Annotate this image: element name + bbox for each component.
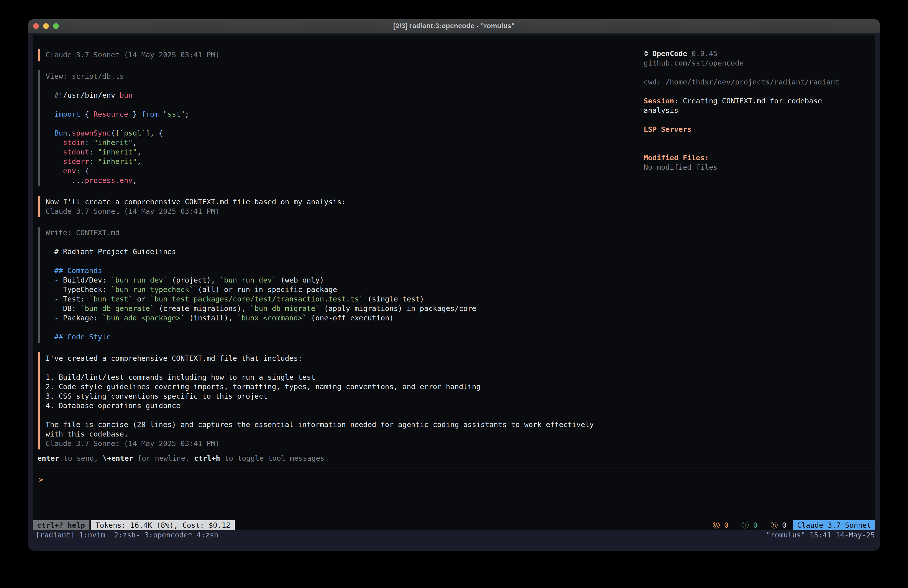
text-line: analysis bbox=[644, 106, 875, 115]
text-segment: ... bbox=[46, 176, 85, 185]
text-segment: github.com/sst/opencode bbox=[644, 59, 744, 67]
text-line: cwd: /home/thdxr/dev/projects/radiant/ra… bbox=[644, 77, 875, 87]
text-line: View: script/db.ts bbox=[46, 71, 189, 81]
assistant-accent-bar bbox=[38, 49, 40, 61]
text-segment bbox=[46, 110, 54, 118]
text-line: - Build/Dev: `bun run dev` (project), `b… bbox=[46, 275, 477, 285]
text-line bbox=[46, 363, 594, 372]
assistant-accent-bar bbox=[38, 196, 40, 217]
help-hint-badge: ctrl+? help bbox=[33, 520, 89, 530]
text-line bbox=[46, 100, 189, 110]
text-segment: bun bbox=[115, 91, 132, 100]
text-segment: Modified Files: bbox=[644, 153, 709, 162]
text-segment: ; bbox=[185, 110, 189, 118]
text-segment: { bbox=[80, 167, 89, 175]
text-line bbox=[644, 87, 875, 96]
text-segment: `bun db migrate` bbox=[250, 304, 320, 313]
text-segment: © bbox=[644, 49, 652, 58]
text-line: ...process.env, bbox=[46, 176, 189, 185]
close-button[interactable] bbox=[33, 23, 39, 29]
text-segment: `bun run typecheck` bbox=[111, 285, 193, 294]
text-segment: ## Commands bbox=[54, 266, 102, 275]
text-segment: import bbox=[54, 110, 80, 118]
text-segment: for newline, bbox=[133, 454, 194, 462]
text-segment: - bbox=[54, 314, 58, 322]
message-lines: Now I'll create a comprehensive CONTEXT.… bbox=[46, 196, 346, 217]
text-segment: LSP Servers bbox=[644, 125, 691, 134]
text-segment: : bbox=[76, 167, 80, 175]
message-lines: I've created a comprehensive CONTEXT.md … bbox=[46, 352, 594, 449]
assistant-message-block: Now I'll create a comprehensive CONTEXT.… bbox=[33, 196, 644, 217]
text-segment: Bun bbox=[54, 129, 67, 137]
message-lines: Write: CONTEXT.md # Radiant Project Guid… bbox=[46, 227, 477, 343]
text-line: Write: CONTEXT.md bbox=[46, 228, 477, 237]
status-bar: ctrl+? help Tokens: 16.4K (8%), Cost: $0… bbox=[33, 520, 875, 530]
text-segment: TypeCheck: bbox=[58, 285, 111, 294]
message-input-area[interactable]: > bbox=[33, 467, 875, 520]
text-segment: "sst" bbox=[163, 110, 185, 118]
tmux-host-time: "romulus" 15:41 14-May-25 bbox=[766, 530, 875, 540]
titlebar[interactable]: [2/3] radiant:3:opencode - "romulus" bbox=[28, 19, 880, 33]
text-segment: `bun test packages/core/test/transaction… bbox=[150, 295, 363, 303]
text-segment: Claude 3.7 Sonnet (14 May 2025 03:41 PM) bbox=[46, 51, 219, 59]
traffic-lights bbox=[33, 19, 59, 33]
minimize-button[interactable] bbox=[43, 23, 49, 29]
text-segment: : Creating CONTEXT.md for codebase bbox=[674, 97, 822, 105]
text-line bbox=[46, 119, 189, 128]
text-segment bbox=[46, 304, 54, 313]
text-segment: , bbox=[137, 157, 141, 166]
text-segment: Claude 3.7 Sonnet (14 May 2025 03:41 PM) bbox=[46, 207, 219, 216]
prompt-symbol: > bbox=[39, 475, 875, 484]
text-segment bbox=[46, 138, 63, 147]
text-segment: (one-off execution) bbox=[307, 314, 394, 322]
text-segment bbox=[46, 167, 63, 175]
sidebar-lines: © OpenCode 0.0.45github.com/sst/opencode… bbox=[644, 49, 875, 172]
text-segment: : bbox=[85, 138, 89, 147]
text-line bbox=[644, 134, 875, 143]
text-segment: : bbox=[89, 148, 93, 156]
text-segment bbox=[46, 129, 54, 137]
text-segment: Now I'll create a comprehensive CONTEXT.… bbox=[46, 198, 346, 206]
text-line: LSP Servers bbox=[644, 124, 875, 134]
text-line: Claude 3.7 Sonnet (14 May 2025 03:41 PM) bbox=[46, 50, 219, 60]
text-segment bbox=[89, 138, 93, 147]
text-line: 3. CSS styling conventions specific to t… bbox=[46, 391, 594, 401]
text-line: Session: Creating CONTEXT.md for codebas… bbox=[644, 96, 875, 106]
text-line: # Radiant Project Guidelines bbox=[46, 247, 477, 256]
text-line: - TypeCheck: `bun run typecheck` (all) o… bbox=[46, 285, 477, 294]
text-segment: stdout bbox=[63, 148, 89, 156]
tool-accent-bar bbox=[38, 70, 40, 186]
text-segment: (single test) bbox=[363, 295, 424, 303]
text-segment: "inherit" bbox=[93, 138, 132, 147]
text-segment: (project), bbox=[167, 276, 220, 284]
text-line: import { Resource } from "sst"; bbox=[46, 110, 189, 119]
text-segment: spawnSync bbox=[72, 129, 111, 137]
text-segment: View: script/db.ts bbox=[46, 72, 124, 81]
text-line: Modified Files: bbox=[644, 153, 875, 163]
text-segment: /usr/bin/env bbox=[63, 91, 115, 100]
text-segment: ⓘ 0 bbox=[742, 520, 758, 530]
text-line: 4. Database operations guidance bbox=[46, 401, 594, 410]
lsp-diagnostics-counters: Ⓦ 0 ⓘ 0 ⓗ 0 bbox=[713, 520, 787, 530]
tool-accent-bar bbox=[38, 227, 40, 343]
text-line: - Package: `bun add <package>` (install)… bbox=[46, 313, 477, 323]
text-line: stderr: "inherit", bbox=[46, 157, 189, 166]
text-segment: #! bbox=[54, 91, 63, 100]
text-segment: Test: bbox=[58, 295, 89, 303]
text-segment: "inherit" bbox=[98, 157, 137, 166]
zoom-button[interactable] bbox=[53, 23, 59, 29]
text-line: - DB: `bun db generate` (create migratio… bbox=[46, 304, 477, 313]
text-line bbox=[46, 323, 477, 332]
text-segment: Write: CONTEXT.md bbox=[46, 229, 120, 237]
text-segment: Build/Dev: bbox=[58, 276, 111, 284]
text-segment: `bun db generate` bbox=[80, 304, 155, 313]
text-line: github.com/sst/opencode bbox=[644, 58, 875, 68]
text-segment: Claude 3.7 Sonnet (14 May 2025 03:41 PM) bbox=[46, 439, 219, 448]
opencode-tui: Claude 3.7 Sonnet (14 May 2025 03:41 PM)… bbox=[33, 35, 875, 530]
text-segment: , bbox=[137, 148, 141, 156]
window-title: [2/3] radiant:3:opencode - "romulus" bbox=[393, 22, 515, 30]
assistant-message-header-block: Claude 3.7 Sonnet (14 May 2025 03:41 PM) bbox=[33, 49, 644, 61]
terminal-window: [2/3] radiant:3:opencode - "romulus" Cla… bbox=[28, 19, 880, 551]
text-segment: , bbox=[132, 138, 137, 147]
tmux-session-windows[interactable]: [radiant] 1:nvim 2:zsh- 3:opencode* 4:zs… bbox=[35, 530, 218, 540]
